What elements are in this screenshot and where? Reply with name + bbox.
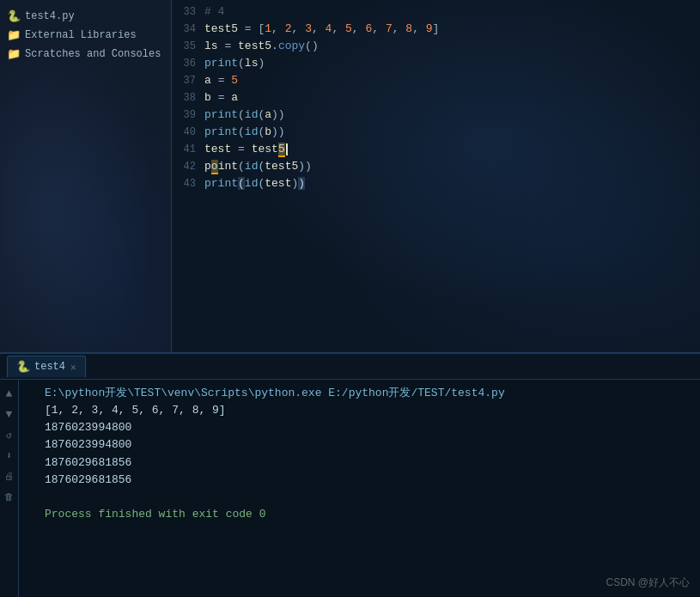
toolbar-run-btn[interactable]: ▲ [3, 387, 16, 400]
console-tab-label: test4 [34, 361, 65, 373]
console-tab-test4[interactable]: 🐍 test4 ✕ [7, 356, 86, 377]
code-line-38: 38 b = a [172, 89, 700, 107]
toolbar-print-btn[interactable]: 🖨 [3, 469, 16, 483]
code-line-36: 36 print(ls) [172, 55, 700, 72]
bottom-panel: 🐍 test4 ✕ ▲ ▼ ↺ ⬇ 🖨 🗑 E:\python开发\TEST\v… [0, 352, 700, 597]
code-line-43: 43 print(id(test)) [172, 175, 700, 192]
console-toolbar: ▲ ▼ ↺ ⬇ 🖨 🗑 [0, 380, 19, 597]
main-container: 🐍 test4.py 📁 External Libraries 📁 Scratc… [0, 0, 700, 352]
code-line-42: 42 point(id(test5)) [172, 158, 700, 175]
code-line-34: 34 test5 = [1, 2, 3, 4, 5, 6, 7, 8, 9] [172, 21, 700, 38]
toolbar-stop-btn[interactable]: ⬇ [3, 448, 16, 462]
code-editor[interactable]: 33 # 4 34 test5 = [1, 2, 3, 4, 5, 6, 7, … [172, 0, 700, 352]
code-line-41: 41 test = test5 [172, 141, 700, 158]
code-line-37: 37 a = 5 [172, 72, 700, 89]
console-output[interactable]: E:\python开发\TEST\venv\Scripts\python.exe… [19, 380, 700, 597]
console-tabs: 🐍 test4 ✕ [0, 354, 700, 380]
code-line-35: 35 ls = test5.copy() [172, 38, 700, 55]
output-empty [45, 489, 693, 506]
sidebar-label-scratches: Scratches and Consoles [25, 48, 161, 60]
sidebar-label-test4: test4.py [25, 10, 75, 22]
python-icon: 🐍 [7, 9, 21, 23]
code-line-39: 39 print(id(a)) [172, 107, 700, 124]
output-num-1: 1876023994800 [45, 419, 693, 436]
folder-icon: 📁 [7, 28, 21, 42]
sidebar-item-test4[interactable]: 🐍 test4.py [0, 7, 171, 26]
console-tab-icon: 🐍 [16, 360, 30, 374]
toolbar-rerun-btn[interactable]: ↺ [3, 428, 16, 442]
code-scroll: 33 # 4 34 test5 = [1, 2, 3, 4, 5, 6, 7, … [172, 0, 700, 192]
toolbar-delete-btn[interactable]: 🗑 [3, 490, 16, 503]
sidebar: 🐍 test4.py 📁 External Libraries 📁 Scratc… [0, 0, 172, 352]
output-num-3: 1876029681856 [45, 454, 693, 472]
output-num-4: 1876029681856 [45, 472, 693, 489]
folder-icon-2: 📁 [7, 47, 21, 61]
console-tab-close[interactable]: ✕ [70, 362, 76, 373]
sidebar-label-external: External Libraries [25, 29, 137, 41]
output-list-line: [1, 2, 3, 4, 5, 6, 7, 8, 9] [45, 402, 693, 419]
sidebar-item-external-libs[interactable]: 📁 External Libraries [0, 26, 171, 45]
output-cmd-line: E:\python开发\TEST\venv\Scripts\python.exe… [45, 385, 693, 402]
code-line-33: 33 # 4 [172, 3, 700, 21]
output-exit-line: Process finished with exit code 0 [45, 506, 693, 523]
output-num-2: 1876023994800 [45, 436, 693, 454]
code-line-40: 40 print(id(b)) [172, 124, 700, 141]
toolbar-down-btn[interactable]: ▼ [3, 407, 16, 421]
sidebar-item-scratches[interactable]: 📁 Scratches and Consoles [0, 45, 171, 64]
watermark: CSDN @好人不心 [606, 576, 690, 590]
